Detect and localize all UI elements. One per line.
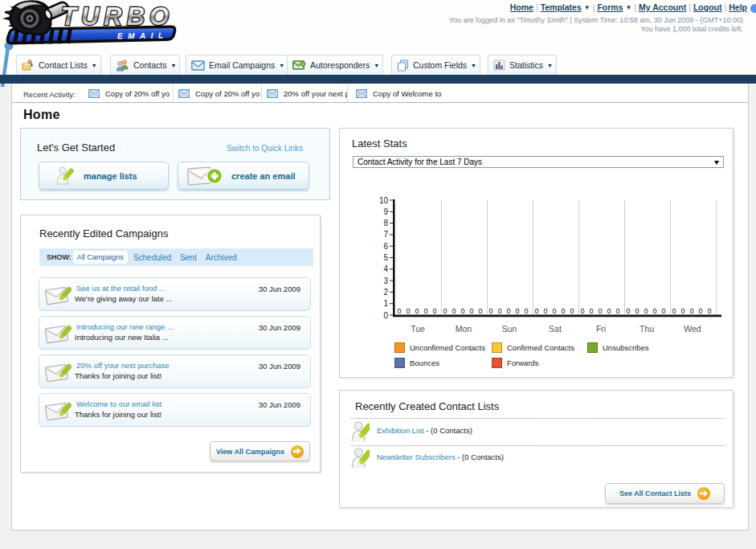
svg-text:0: 0 xyxy=(452,307,456,315)
svg-text:0: 0 xyxy=(515,307,519,315)
svg-text:0: 0 xyxy=(423,307,427,315)
svg-text:7: 7 xyxy=(383,230,388,239)
svg-text:0: 0 xyxy=(469,307,473,315)
svg-text:3: 3 xyxy=(383,277,388,285)
svg-text:5: 5 xyxy=(383,253,388,262)
svg-text:9: 9 xyxy=(383,207,388,216)
svg-text:0: 0 xyxy=(589,307,593,315)
svg-text:0: 0 xyxy=(707,307,711,315)
svg-text:8: 8 xyxy=(383,219,388,227)
svg-text:0: 0 xyxy=(570,307,574,315)
svg-text:Fri: Fri xyxy=(596,324,606,334)
svg-text:Thu: Thu xyxy=(640,324,654,334)
svg-text:0: 0 xyxy=(406,307,410,315)
svg-text:2: 2 xyxy=(383,288,388,297)
svg-text:0: 0 xyxy=(415,307,419,315)
svg-text:0: 0 xyxy=(607,307,611,315)
svg-text:0: 0 xyxy=(652,307,656,315)
svg-text:0: 0 xyxy=(626,307,630,315)
svg-text:0: 0 xyxy=(524,307,528,315)
svg-text:EMAIL: EMAIL xyxy=(117,31,169,40)
svg-text:0: 0 xyxy=(698,307,702,315)
svg-text:0: 0 xyxy=(488,307,492,315)
svg-text:0: 0 xyxy=(432,307,436,315)
svg-text:0: 0 xyxy=(397,307,401,315)
svg-text:0: 0 xyxy=(552,307,556,315)
svg-text:0: 0 xyxy=(644,307,648,315)
svg-text:0: 0 xyxy=(615,307,619,315)
svg-text:TURBO: TURBO xyxy=(61,2,174,31)
svg-text:0: 0 xyxy=(460,307,464,315)
svg-text:0: 0 xyxy=(661,307,665,315)
svg-text:0: 0 xyxy=(543,307,547,315)
svg-text:6: 6 xyxy=(383,242,388,251)
svg-text:1: 1 xyxy=(383,299,388,308)
svg-text:0: 0 xyxy=(561,307,565,315)
svg-text:0: 0 xyxy=(383,311,388,320)
svg-text:0: 0 xyxy=(689,307,693,315)
svg-text:0: 0 xyxy=(443,307,447,315)
svg-text:0: 0 xyxy=(598,307,602,315)
svg-text:0: 0 xyxy=(478,307,482,315)
svg-text:Sat: Sat xyxy=(549,324,562,334)
svg-text:Sun: Sun xyxy=(502,324,517,334)
svg-text:Mon: Mon xyxy=(456,324,472,334)
svg-text:0: 0 xyxy=(635,307,639,315)
svg-text:Wed: Wed xyxy=(684,324,701,334)
svg-text:0: 0 xyxy=(534,307,538,315)
svg-text:0: 0 xyxy=(506,307,510,315)
svg-text:0: 0 xyxy=(497,307,501,315)
svg-text:10: 10 xyxy=(379,196,389,205)
svg-text:Tue: Tue xyxy=(411,324,425,334)
svg-text:0: 0 xyxy=(580,307,584,315)
svg-text:0: 0 xyxy=(672,307,676,315)
svg-text:4: 4 xyxy=(383,264,388,273)
svg-text:0: 0 xyxy=(680,307,684,315)
